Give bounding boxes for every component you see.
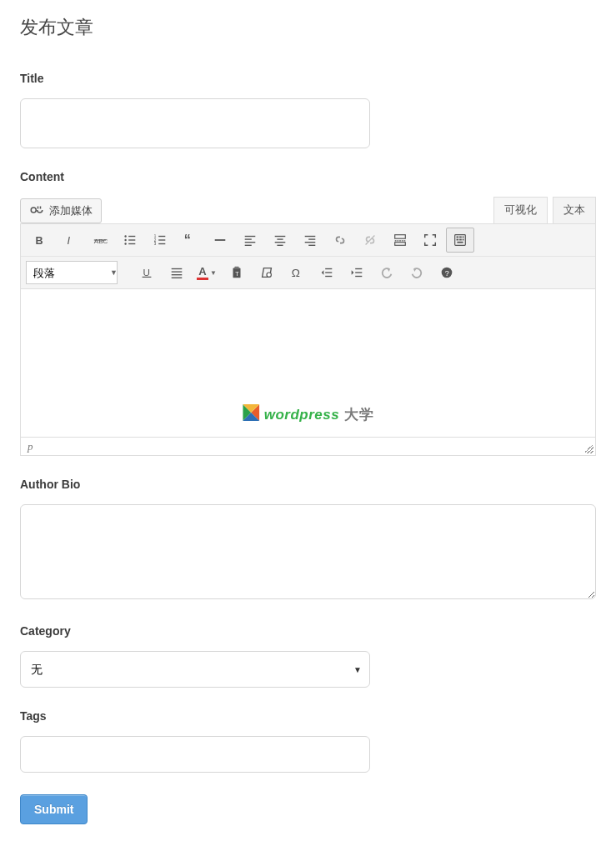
align-justify-button[interactable] xyxy=(163,260,191,285)
author-bio-field-group: Author Bio xyxy=(20,478,596,603)
toolbar-toggle-button[interactable] xyxy=(446,228,474,253)
author-bio-label: Author Bio xyxy=(20,478,596,491)
chevron-down-icon: ▼ xyxy=(210,269,217,277)
title-field-group: Title xyxy=(20,72,596,148)
bold-button[interactable]: B xyxy=(26,228,54,253)
svg-rect-39 xyxy=(459,237,462,238)
fullscreen-button[interactable] xyxy=(416,228,444,253)
special-char-button[interactable]: Ω xyxy=(283,260,311,285)
title-label: Title xyxy=(20,72,596,85)
svg-point-9 xyxy=(124,243,126,244)
svg-text:“: “ xyxy=(184,233,191,247)
content-label: Content xyxy=(20,170,596,183)
editor-content-area[interactable]: wordpress大学 xyxy=(20,289,596,438)
svg-rect-2 xyxy=(40,206,42,208)
italic-button[interactable]: I xyxy=(56,228,84,253)
svg-point-8 xyxy=(124,239,126,241)
blockquote-button[interactable]: “ xyxy=(176,228,204,253)
media-icon xyxy=(29,204,44,218)
svg-text:T: T xyxy=(235,270,239,278)
svg-point-7 xyxy=(124,235,126,237)
svg-point-0 xyxy=(31,208,36,213)
watermark: wordpress大学 xyxy=(243,404,373,425)
watermark-word: wordpress xyxy=(264,407,339,423)
svg-point-54 xyxy=(267,273,271,277)
editor-top-row: 添加媒体 可视化 文本 xyxy=(20,197,596,223)
author-bio-input[interactable] xyxy=(20,504,596,599)
svg-rect-41 xyxy=(457,239,459,241)
align-center-button[interactable] xyxy=(266,228,294,253)
toolbar-row-2: 段落 ▼ U A ▼ T Ω ? xyxy=(21,257,595,288)
ordered-list-button[interactable]: 123 xyxy=(146,228,174,253)
content-field-group: Content 添加媒体 可视化 文本 B I ABC 123 “ xyxy=(20,170,596,456)
format-select-wrap: 段落 ▼ xyxy=(26,261,123,284)
watermark-logo-icon xyxy=(243,404,259,425)
redo-button[interactable] xyxy=(403,260,431,285)
editor-path: p xyxy=(28,440,33,453)
strikethrough-button[interactable]: ABC xyxy=(86,228,114,253)
paste-text-button[interactable]: T xyxy=(223,260,251,285)
read-more-button[interactable] xyxy=(386,228,414,253)
editor-tabs: 可视化 文本 xyxy=(493,197,596,223)
tab-visual[interactable]: 可视化 xyxy=(493,197,548,223)
svg-rect-43 xyxy=(463,239,464,241)
svg-rect-44 xyxy=(457,242,463,243)
unordered-list-button[interactable] xyxy=(116,228,144,253)
category-label: Category xyxy=(20,624,596,638)
horizontal-rule-button[interactable] xyxy=(206,228,234,253)
add-media-label: 添加媒体 xyxy=(49,203,93,218)
unlink-button[interactable] xyxy=(356,228,384,253)
add-media-button[interactable]: 添加媒体 xyxy=(20,198,102,223)
svg-text:I: I xyxy=(67,235,70,247)
page-title: 发布文章 xyxy=(20,15,596,40)
format-select[interactable]: 段落 xyxy=(26,261,118,284)
title-input[interactable] xyxy=(20,98,370,148)
svg-rect-34 xyxy=(395,235,406,239)
underline-button[interactable]: U xyxy=(133,260,161,285)
indent-button[interactable] xyxy=(343,260,371,285)
undo-button[interactable] xyxy=(373,260,401,285)
svg-rect-38 xyxy=(457,237,459,238)
svg-text:B: B xyxy=(36,235,43,247)
svg-text:?: ? xyxy=(445,269,449,278)
clear-formatting-button[interactable] xyxy=(253,260,281,285)
editor-status-bar: p xyxy=(20,438,596,456)
tags-label: Tags xyxy=(20,709,596,723)
tags-field-group: Tags xyxy=(20,709,596,773)
submit-button[interactable]: Submit xyxy=(20,794,88,824)
link-button[interactable] xyxy=(326,228,354,253)
svg-text:U: U xyxy=(143,267,150,278)
align-left-button[interactable] xyxy=(236,228,264,253)
text-color-icon: A xyxy=(197,266,208,280)
toolbar-row-1: B I ABC 123 “ xyxy=(21,224,595,257)
svg-text:3: 3 xyxy=(154,242,157,246)
align-right-button[interactable] xyxy=(296,228,324,253)
svg-rect-36 xyxy=(395,243,406,246)
text-color-button[interactable]: A ▼ xyxy=(193,260,221,285)
svg-rect-52 xyxy=(234,267,238,269)
svg-text:Ω: Ω xyxy=(292,267,300,279)
svg-rect-40 xyxy=(463,237,464,238)
outdent-button[interactable] xyxy=(313,260,341,285)
svg-text:ABC: ABC xyxy=(94,238,108,245)
svg-rect-1 xyxy=(38,206,39,208)
category-select[interactable]: 无 xyxy=(20,651,370,688)
tab-text[interactable]: 文本 xyxy=(553,197,596,223)
category-field-group: Category 无 ▼ xyxy=(20,624,596,688)
watermark-cn: 大学 xyxy=(344,405,373,424)
svg-rect-42 xyxy=(459,239,462,241)
resize-handle[interactable] xyxy=(585,445,593,453)
tags-input[interactable] xyxy=(20,736,370,773)
editor-toolbar: B I ABC 123 “ 段落 ▼ U xyxy=(20,223,596,289)
help-button[interactable]: ? xyxy=(433,260,461,285)
